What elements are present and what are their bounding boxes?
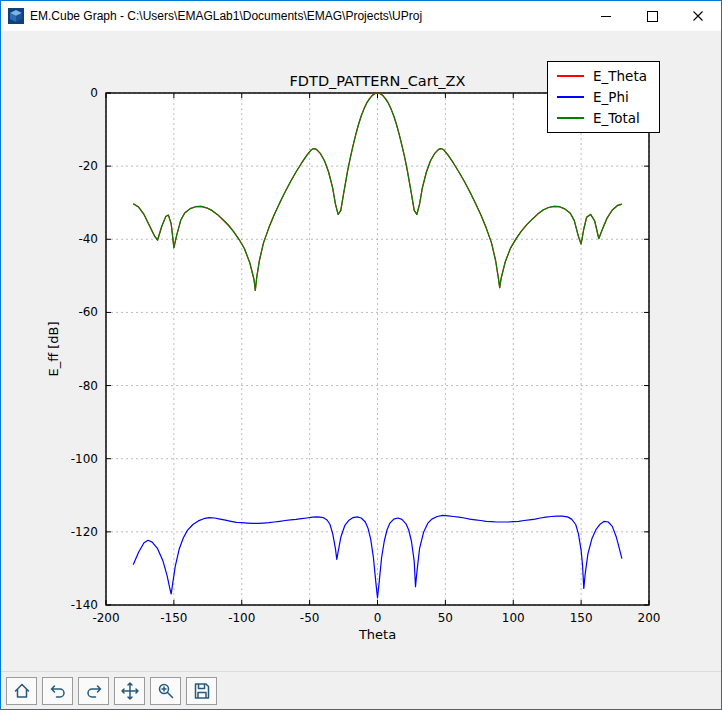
maximize-icon (647, 11, 658, 22)
pan-move-icon (120, 681, 140, 701)
zoom-magnifier-icon (156, 681, 176, 701)
legend-line-sample (557, 75, 584, 77)
y-axis-label: E_ff [dB] (46, 321, 61, 376)
plot-figure: -200-150-100-500501001502000-20-40-60-80… (1, 31, 721, 671)
x-tick-label: 0 (374, 611, 382, 625)
x-tick-label: 200 (638, 611, 661, 625)
y-tick-label: -20 (78, 159, 98, 173)
close-button[interactable] (675, 1, 721, 31)
y-tick-label: -80 (78, 379, 98, 393)
save-button[interactable] (186, 677, 217, 705)
y-tick-label: -100 (71, 452, 98, 466)
window-controls (583, 1, 721, 31)
legend-line-sample (557, 96, 584, 98)
y-tick-label: -60 (78, 305, 98, 319)
legend-label: E_Total (593, 110, 640, 126)
back-arrow-icon (48, 681, 68, 701)
x-tick-label: -50 (300, 611, 320, 625)
y-tick-label: 0 (90, 86, 98, 100)
legend-entry: E_Total (557, 110, 647, 126)
forward-button[interactable] (78, 677, 109, 705)
legend-label: E_Theta (593, 68, 647, 84)
minimize-icon (601, 16, 611, 17)
x-tick-label: 100 (502, 611, 525, 625)
x-tick-label: -100 (228, 611, 255, 625)
x-tick-label: -200 (92, 611, 119, 625)
legend-line-sample (557, 117, 584, 119)
legend: E_ThetaE_PhiE_Total (547, 61, 660, 133)
x-tick-label: -150 (160, 611, 187, 625)
save-floppy-icon (192, 681, 212, 701)
window-title: EM.Cube Graph - C:\Users\EMAGLab1\Docume… (30, 9, 583, 23)
close-icon (693, 11, 703, 21)
y-tick-label: -120 (71, 525, 98, 539)
legend-label: E_Phi (593, 89, 629, 105)
plot-toolbar (1, 671, 721, 709)
legend-entry: E_Theta (557, 68, 647, 84)
y-tick-label: -40 (78, 232, 98, 246)
pan-button[interactable] (114, 677, 145, 705)
zoom-button[interactable] (150, 677, 181, 705)
titlebar[interactable]: EM.Cube Graph - C:\Users\EMAGLab1\Docume… (1, 1, 721, 31)
home-icon (12, 681, 32, 701)
forward-arrow-icon (84, 681, 104, 701)
minimize-button[interactable] (583, 1, 629, 31)
x-tick-label: 50 (438, 611, 453, 625)
app-window: EM.Cube Graph - C:\Users\EMAGLab1\Docume… (0, 0, 722, 710)
maximize-button[interactable] (629, 1, 675, 31)
x-axis-label: Theta (106, 627, 649, 642)
back-button[interactable] (42, 677, 73, 705)
x-tick-label: 150 (570, 611, 593, 625)
app-icon (8, 8, 24, 24)
legend-entry: E_Phi (557, 89, 647, 105)
y-tick-label: -140 (71, 598, 98, 612)
home-button[interactable] (6, 677, 37, 705)
